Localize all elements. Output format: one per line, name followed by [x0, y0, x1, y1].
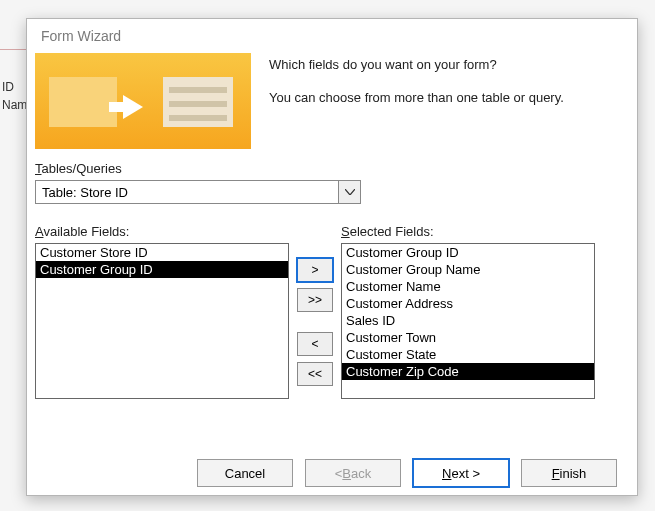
list-item[interactable]: Customer Group ID [342, 244, 594, 261]
tables-queries-combo[interactable]: Table: Store ID [35, 180, 361, 204]
wizard-intro-text: Which fields do you want on your form? Y… [269, 53, 564, 123]
back-button: < Back [305, 459, 401, 487]
list-item[interactable]: Customer Group Name [342, 261, 594, 278]
background-columns: ID Nam [2, 80, 27, 116]
list-item[interactable]: Customer Name [342, 278, 594, 295]
remove-all-fields-button[interactable]: << [297, 362, 333, 386]
tables-queries-value: Table: Store ID [36, 185, 338, 200]
list-item[interactable]: Customer Zip Code [342, 363, 594, 380]
list-item[interactable]: Customer State [342, 346, 594, 363]
finish-button[interactable]: Finish [521, 459, 617, 487]
form-wizard-dialog: Form Wizard Which fields do you want on … [26, 18, 638, 496]
list-item[interactable]: Customer Group ID [36, 261, 288, 278]
list-item[interactable]: Customer Address [342, 295, 594, 312]
wizard-illustration [35, 53, 251, 149]
list-item[interactable]: Customer Store ID [36, 244, 288, 261]
selected-fields-label: Selected Fields: [341, 224, 595, 239]
selected-fields-list[interactable]: Customer Group IDCustomer Group NameCust… [341, 243, 595, 399]
next-button[interactable]: Next > [413, 459, 509, 487]
list-item[interactable]: Customer Town [342, 329, 594, 346]
available-fields-list[interactable]: Customer Store IDCustomer Group ID [35, 243, 289, 399]
list-item[interactable]: Sales ID [342, 312, 594, 329]
dialog-title: Form Wizard [27, 19, 637, 53]
chevron-down-icon[interactable] [338, 181, 360, 203]
add-all-fields-button[interactable]: >> [297, 288, 333, 312]
cancel-button[interactable]: Cancel [197, 459, 293, 487]
add-field-button[interactable]: > [297, 258, 333, 282]
available-fields-label: Available Fields: [35, 224, 289, 239]
remove-field-button[interactable]: < [297, 332, 333, 356]
tables-queries-label: Tables/Queries [35, 161, 629, 176]
